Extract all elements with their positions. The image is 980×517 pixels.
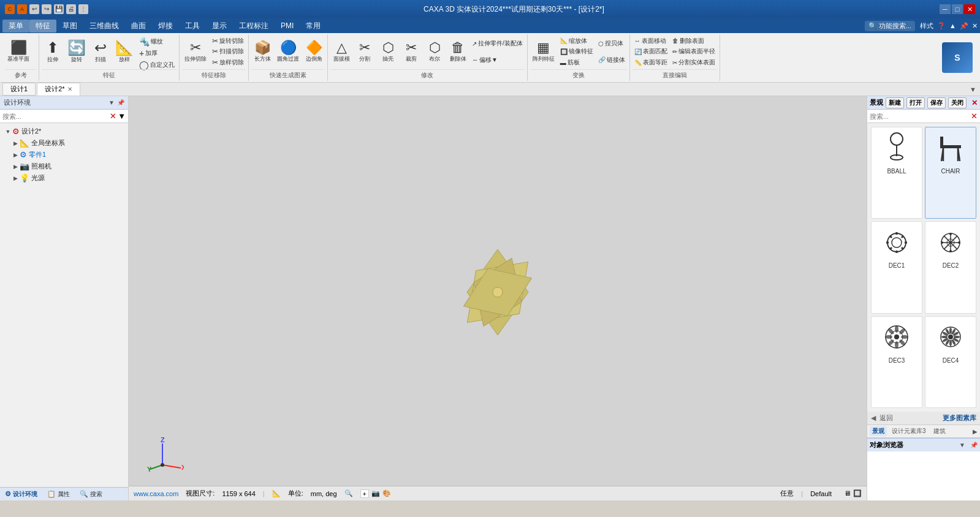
fillet-button[interactable]: 🔵 圆角过渡 <box>275 36 302 68</box>
print-icon[interactable]: 🖨 <box>66 4 76 14</box>
offset-button[interactable]: ↔偏移▼ <box>470 55 525 65</box>
menu-item-caotu[interactable]: 草图 <box>56 20 83 32</box>
canvas-area[interactable]: Z X Y www.caxa.com 视图尺寸: 1159 x 644 | 📐 … <box>129 96 867 500</box>
menu-item-changyong[interactable]: 常用 <box>300 20 327 32</box>
tab-design2-close[interactable]: ✕ <box>67 86 72 92</box>
right-search-input[interactable] <box>870 113 971 120</box>
menu-item-gongju[interactable]: 工具 <box>179 20 206 32</box>
library-item-dec3[interactable]: DEC3 <box>871 316 922 408</box>
right-tab-landscape[interactable]: 景观 <box>870 426 887 436</box>
menu-item-tezheng[interactable]: 特征 <box>29 20 56 32</box>
tabs-expand-icon[interactable]: ▶ <box>973 428 978 435</box>
minimize-button[interactable]: ─ <box>940 4 951 14</box>
undo-icon[interactable]: ↩ <box>29 4 39 14</box>
tree-expand-light[interactable]: ▶ <box>11 175 20 181</box>
split-button[interactable]: ✂ 分割 <box>354 36 376 68</box>
box-button[interactable]: 📦 长方体 <box>251 36 273 68</box>
revolve-button[interactable]: 🔄 旋转 <box>65 36 88 68</box>
ribbon-minimize-icon[interactable]: ▲ <box>949 22 956 29</box>
new-button[interactable]: 新建 <box>886 97 904 108</box>
ribbon-close-icon[interactable]: ✕ <box>972 22 978 30</box>
footer-tab-search[interactable]: 🔍 搜索 <box>77 489 105 499</box>
extrude-part-button[interactable]: ↗拉伸零件/装配体 <box>470 39 525 48</box>
tree-item-camera[interactable]: ▶ 📷 照相机 <box>2 160 126 172</box>
more-icon[interactable]: ⋮ <box>78 4 88 14</box>
right-search-clear[interactable]: ✕ <box>971 111 978 121</box>
help-icon[interactable]: ❓ <box>937 22 946 30</box>
array-button[interactable]: ▦ 阵列特征 <box>530 36 557 68</box>
right-panel-close-icon[interactable]: ✕ <box>971 99 978 107</box>
close-panel-button[interactable]: 关闭 <box>948 97 967 108</box>
tree-expand-part1[interactable]: ▶ <box>11 152 20 158</box>
display-mode-icon[interactable]: 🖥 <box>844 489 851 497</box>
delete-face-button[interactable]: 🗑删除表面 <box>670 36 717 46</box>
thicken-button[interactable]: +加厚 <box>137 48 177 59</box>
face-offset-button[interactable]: 📏表面等距 <box>632 58 669 67</box>
loft-cut-button[interactable]: ✂放样切除 <box>210 58 246 67</box>
search-filter-icon[interactable]: ▼ <box>118 111 126 121</box>
open-button[interactable]: 打开 <box>906 97 925 108</box>
custom-hole-button[interactable]: ◯自定义孔 <box>137 59 177 70</box>
rib-button[interactable]: ▬筋板 <box>558 58 595 67</box>
back-button[interactable]: 返回 <box>879 413 893 423</box>
base-plane-button[interactable]: ⬛ 基准平面 <box>5 36 32 68</box>
tree-item-design2[interactable]: ▼ ⚙ 设计2* <box>2 126 126 137</box>
extrude-cut-button[interactable]: ✂ 拉伸切除 <box>182 36 209 68</box>
face-match-button[interactable]: 🔄表面匹配 <box>632 47 669 56</box>
ribbon-pin-icon[interactable]: 📌 <box>960 22 968 30</box>
maximize-button[interactable]: □ <box>952 4 963 14</box>
view-mode-icon[interactable]: 📷 <box>371 489 380 498</box>
menu-item-pmi[interactable]: PMI <box>275 20 300 31</box>
library-item-dec2[interactable]: DEC2 <box>925 221 976 313</box>
library-item-bball[interactable]: BBALL <box>871 127 922 219</box>
menu-item-caidan[interactable]: 菜单 <box>2 20 29 32</box>
scale-button[interactable]: 📐缩放体 <box>558 36 595 46</box>
library-item-dec1[interactable]: DEC1 <box>871 221 922 313</box>
tree-item-part1[interactable]: ▶ ⚙ 零件1 <box>2 149 126 160</box>
edit-radius-button[interactable]: ✏编辑表面半径 <box>670 47 717 56</box>
menu-item-gongchengbiaozu[interactable]: 工程标注 <box>233 20 275 32</box>
footer-tab-design-env[interactable]: ⚙ 设计环境 <box>2 489 40 499</box>
draft-button[interactable]: △ 面拔模 <box>330 36 352 68</box>
revolve-cut-button[interactable]: ✂旋转切除 <box>210 36 246 46</box>
save-icon[interactable]: 💾 <box>54 4 64 14</box>
split-surface-button[interactable]: ✂分割实体表面 <box>670 58 717 67</box>
shell-button[interactable]: ⬡ 抽壳 <box>377 36 399 68</box>
menu-item-3dquxian[interactable]: 三维曲线 <box>83 20 125 32</box>
tree-expand-design2[interactable]: ▼ <box>4 129 12 135</box>
footer-tab-properties[interactable]: 📋 属性 <box>45 489 72 499</box>
sweep-button[interactable]: ↩ 扫描 <box>89 36 112 68</box>
face-move-button[interactable]: ↔表面移动 <box>632 36 669 46</box>
tab-scroll-right[interactable]: ▼ <box>968 85 978 94</box>
boolean-button[interactable]: ⬡ 布尔 <box>424 36 446 68</box>
mirror-button[interactable]: 🔲镜像特征 <box>558 47 595 56</box>
thread-button[interactable]: 🔩螺纹 <box>137 36 177 47</box>
extrude-button[interactable]: ⬆ 拉伸 <box>42 36 64 68</box>
search-clear-icon[interactable]: ✕ <box>110 111 116 121</box>
left-panel-toggle-pin[interactable]: 📌 <box>117 99 124 106</box>
tree-item-global-coord[interactable]: ▶ 📐 全局坐标系 <box>2 137 126 149</box>
chamfer-button[interactable]: 🔶 边倒角 <box>303 36 325 68</box>
tree-item-light[interactable]: ▶ 💡 光源 <box>2 172 126 184</box>
tab-design1[interactable]: 设计1 <box>2 83 36 96</box>
save-panel-button[interactable]: 保存 <box>927 97 946 108</box>
delete-body-button[interactable]: 🗑 删除体 <box>447 36 469 68</box>
zoom-out-icon[interactable]: 🔍 <box>344 489 353 497</box>
more-library-button[interactable]: 更多图素库 <box>943 413 976 423</box>
library-item-chair[interactable]: CHAIR <box>925 127 976 219</box>
obj-browser-expand[interactable]: 📌 <box>970 442 978 448</box>
tree-expand-camera[interactable]: ▶ <box>11 164 20 170</box>
menu-item-xianshi[interactable]: 显示 <box>206 20 233 32</box>
loft-button[interactable]: 📐 放样 <box>113 36 136 68</box>
zoom-in-btn[interactable]: + <box>360 489 369 498</box>
menu-item-hanjie[interactable]: 焊接 <box>152 20 179 32</box>
style-label[interactable]: 样式 <box>920 21 933 31</box>
trim-button[interactable]: ✂ 裁剪 <box>400 36 422 68</box>
redo-icon[interactable]: ↪ <box>42 4 51 14</box>
left-panel-toggle-down[interactable]: ▼ <box>108 99 115 106</box>
render-icon[interactable]: 🎨 <box>382 489 391 498</box>
tab-design2[interactable]: 设计2*✕ <box>37 83 80 96</box>
website-link[interactable]: www.caxa.com <box>134 490 178 497</box>
view-orient-icon[interactable]: 🔲 <box>853 489 862 497</box>
pinch-button[interactable]: ⬡捏贝体 <box>596 39 627 48</box>
